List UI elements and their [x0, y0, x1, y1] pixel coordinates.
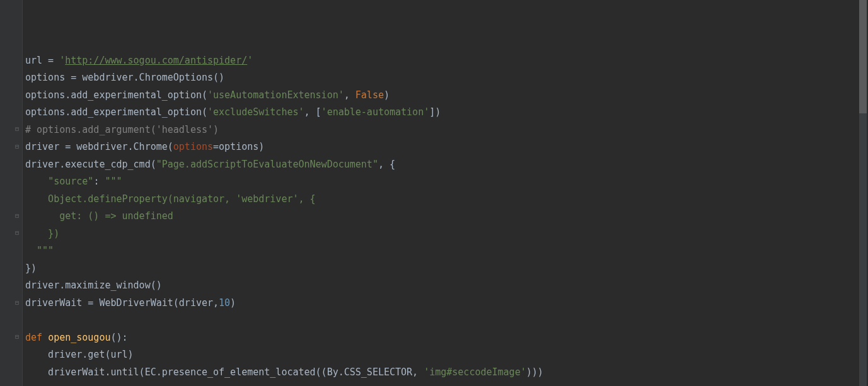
code-token: def — [25, 332, 48, 343]
fold-marker-icon[interactable]: ⊟ — [15, 300, 21, 306]
code-token: ))) — [526, 366, 543, 378]
code-token: ]) — [429, 106, 441, 118]
code-token: 10 — [219, 297, 230, 309]
code-token: open_sougou — [48, 332, 110, 343]
code-token: driver.execute_cdp_cmd( — [25, 159, 156, 170]
code-line[interactable]: driver = webdriver.Chrome(options=option… — [25, 139, 868, 156]
code-token: 'enable-automation' — [321, 106, 430, 118]
code-line[interactable]: "source": """ — [25, 173, 868, 191]
code-token: ) — [384, 89, 390, 101]
code-token: ' — [247, 55, 253, 66]
code-token — [25, 176, 48, 187]
code-line[interactable]: }) — [25, 260, 868, 278]
code-token: """ — [105, 176, 122, 187]
code-line[interactable]: }) — [25, 225, 868, 243]
code-line[interactable]: driver.maximize_window() — [25, 277, 868, 295]
code-token: False — [356, 89, 384, 101]
code-token: driver = webdriver.Chrome( — [25, 141, 173, 152]
code-editor[interactable]: url = 'http://www.sogou.com/antispider/'… — [25, 0, 868, 386]
code-token: "source" — [48, 176, 93, 187]
code-line[interactable] — [25, 35, 868, 52]
code-token: options.add_experimental_option( — [25, 89, 207, 101]
code-token: 'img#seccodeImage' — [424, 366, 526, 378]
code-token: get: () => undefined — [25, 210, 173, 222]
code-token: options — [173, 141, 213, 152]
code-token: http://www.sogou.com/antispider/ — [65, 55, 247, 66]
code-token: """ — [25, 245, 54, 256]
code-token: options.add_experimental_option( — [25, 106, 207, 118]
code-line[interactable] — [25, 312, 868, 329]
editor-gutter[interactable]: ⊟⊟⊟⊟⊟⊟ — [0, 0, 23, 386]
code-token: : — [93, 176, 105, 187]
code-token: }) — [25, 263, 37, 274]
fold-marker-icon[interactable]: ⊟ — [15, 230, 21, 236]
code-line[interactable]: """ — [25, 242, 868, 260]
code-token: }) — [25, 228, 59, 239]
code-line[interactable]: driverWait = WebDriverWait(driver,10) — [25, 295, 868, 312]
code-line[interactable]: url = 'http://www.sogou.com/antispider/' — [25, 52, 868, 70]
vertical-scrollbar-thumb[interactable] — [859, 0, 867, 113]
code-token: 'useAutomationExtension' — [207, 89, 344, 101]
code-token: driverWait.until(EC.presence_of_element_… — [25, 366, 424, 378]
code-line[interactable]: options.add_experimental_option('useAuto… — [25, 87, 868, 105]
code-token: ' — [59, 55, 65, 66]
code-line[interactable]: Object.defineProperty(navigator, 'webdri… — [25, 191, 868, 208]
code-token: driverWait = WebDriverWait(driver, — [25, 297, 219, 309]
code-token: Object.defineProperty(navigator, 'webdri… — [25, 193, 316, 205]
code-token: , { — [378, 159, 395, 170]
code-token: =options) — [213, 141, 264, 152]
code-token: driver.maximize_window() — [25, 280, 162, 291]
code-line[interactable]: # options.add_argument('headless') — [25, 122, 868, 139]
code-line[interactable]: driverWait.until(EC.presence_of_element_… — [25, 364, 868, 382]
code-token: ) — [230, 297, 236, 309]
code-line[interactable]: get: () => undefined — [25, 208, 868, 225]
fold-marker-icon[interactable]: ⊟ — [15, 144, 21, 150]
code-token: driver.get(url) — [25, 349, 134, 360]
code-token: 'excludeSwitches' — [207, 106, 304, 118]
code-line[interactable]: options.add_experimental_option('exclude… — [25, 104, 868, 122]
code-line[interactable]: def open_sougou(): — [25, 329, 868, 347]
code-token: "Page.addScriptToEvaluateOnNewDocument" — [156, 159, 378, 170]
code-token: url = — [25, 55, 59, 66]
code-token: (): — [110, 332, 127, 343]
code-token: , — [344, 89, 356, 101]
code-line[interactable]: options = webdriver.ChromeOptions() — [25, 69, 868, 87]
code-token: # options.add_argument('headless') — [25, 124, 219, 135]
code-line[interactable] — [25, 381, 868, 386]
code-token: , [ — [304, 106, 321, 118]
code-line[interactable]: driver.execute_cdp_cmd("Page.addScriptTo… — [25, 156, 868, 174]
fold-marker-icon[interactable]: ⊟ — [15, 213, 21, 219]
fold-marker-icon[interactable]: ⊟ — [15, 126, 21, 132]
fold-marker-icon[interactable]: ⊟ — [15, 334, 21, 340]
code-line[interactable]: driver.get(url) — [25, 346, 868, 364]
code-token: options = webdriver.ChromeOptions() — [25, 72, 224, 83]
